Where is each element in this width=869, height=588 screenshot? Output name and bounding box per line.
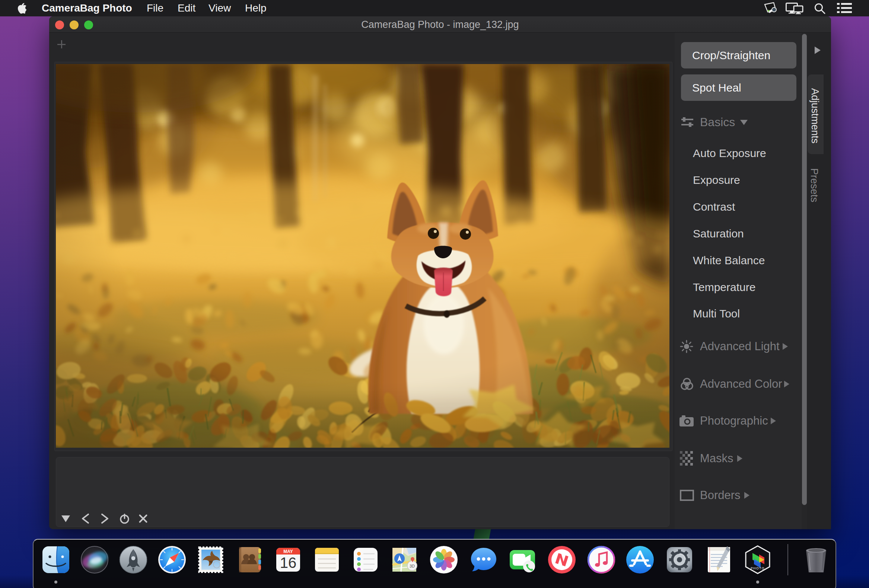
svg-text:MAY: MAY xyxy=(283,549,293,554)
svg-text:16: 16 xyxy=(280,554,297,571)
svg-text:3D: 3D xyxy=(409,564,415,568)
svg-text:PHOTO: PHOTO xyxy=(750,566,765,570)
